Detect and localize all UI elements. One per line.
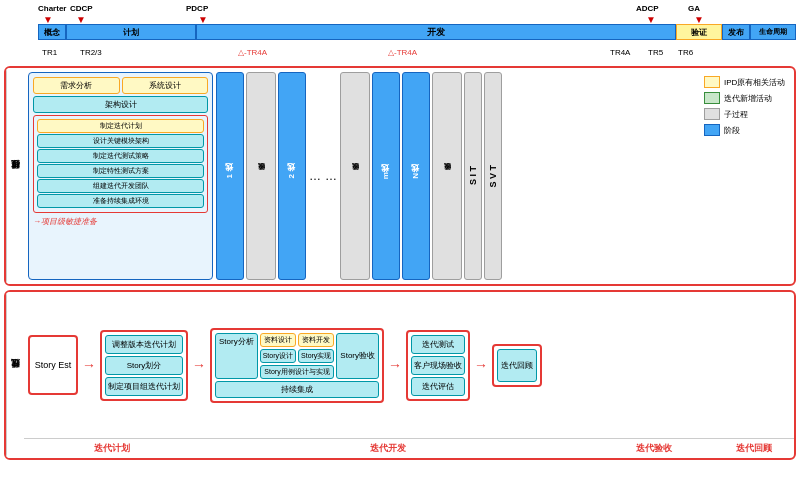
- feature-test-box: 制定特性测试方案: [37, 164, 204, 178]
- story-est-box: Story Est: [28, 335, 78, 395]
- phase-bars-row: 概念 计划 开发 验证 发布 生命周期: [38, 24, 796, 40]
- left-analysis-panel: 需求分析 系统设计 架构设计 制定迭代计划 设计关键模块架构 制定迭代测试策略 …: [28, 72, 213, 280]
- iter-plan-label: 制定迭代计划: [37, 119, 204, 133]
- iterm-label: 迭代m: [381, 172, 392, 179]
- dev-row1c: Story用例设计与实现: [260, 365, 335, 379]
- customer-accept-box: 客户现场验收: [411, 356, 465, 375]
- dev-row1: Story分析 资料设计 资料开发 Story设计 Story实现: [215, 333, 379, 379]
- lower-phase-labels-row: 迭代计划 迭代开发 迭代验收 迭代回顾: [24, 438, 794, 458]
- iter-eval-box: 迭代评估: [411, 377, 465, 396]
- arrow3: →: [388, 357, 402, 373]
- lower-diagram: Story Est → 调整版本迭代计划 Story划分 制定项目组迭代计划 →…: [24, 292, 794, 438]
- concept-bar: 概念: [38, 24, 66, 40]
- lifecycle-bar: 生命周期: [750, 24, 796, 40]
- legend-new-label: 迭代新增活动: [724, 93, 772, 104]
- dev-sub-col: 资料设计 资料开发 Story设计 Story实现 Story用例设计与实现: [260, 333, 335, 379]
- sys-accept1-box: 系统验收: [246, 72, 276, 280]
- story-impl-box: Story实现: [298, 349, 334, 363]
- story-verify-box: Story验收: [336, 333, 379, 379]
- arrow4: →: [474, 357, 488, 373]
- iter2-bar: 迭代2: [278, 72, 306, 280]
- arch-design-box: 架构设计: [33, 96, 208, 113]
- tr4a2-label: △-TR4A: [388, 48, 417, 57]
- tr23-label: TR2/3: [80, 48, 102, 57]
- project-ready-label: →项目级敏捷准备: [33, 216, 208, 227]
- legend-phase-color: [704, 124, 720, 136]
- arrow1: →: [82, 357, 96, 373]
- ci-env-box: 准备持续集成环境: [37, 194, 204, 208]
- lower-phase-plan: 迭代计划: [42, 439, 182, 458]
- lower-dev-label: 迭代开发: [370, 442, 406, 455]
- iter-review-box: 迭代回顾: [497, 349, 537, 382]
- inner-process-panel: 制定迭代计划 设计关键模块架构 制定迭代测试策略 制定特性测试方案 组建迭代开发…: [33, 115, 208, 213]
- lower-plan-label: 迭代计划: [94, 442, 130, 455]
- legend-ipd-color: [704, 76, 720, 88]
- legend-panel: IPD原有相关活动 迭代新增活动 子过程 阶段: [700, 72, 790, 280]
- lower-phase-spacer: [24, 439, 42, 458]
- lower-phase-test: 迭代验收: [594, 439, 714, 458]
- itern-bar: 迭代N: [402, 72, 430, 280]
- top-timeline: Charter CDCP PDCP ADCP GA ▼ ▼ ▼ ▼ ▼ 概念 计…: [38, 4, 796, 48]
- dots2: …: [324, 72, 338, 280]
- iter1-bar: 迭代1: [216, 72, 244, 280]
- dev-row1a: 资料设计 资料开发: [260, 333, 335, 347]
- story-divide-box: Story划分: [105, 356, 183, 375]
- usecase-impl-box: Story用例设计与实现: [260, 365, 335, 379]
- sys-accept3-box: 系统验收: [432, 72, 462, 280]
- legend-sub-label: 子过程: [724, 109, 748, 120]
- story-design-box: Story设计: [260, 349, 296, 363]
- iterm-bar: 迭代m: [372, 72, 400, 280]
- iter2-label: 迭代2: [287, 174, 298, 178]
- dev-row1b: Story设计 Story实现: [260, 349, 335, 363]
- iter-test-group: 迭代测试 客户现场验收 迭代评估: [406, 330, 470, 401]
- sit-label: S I T: [468, 166, 478, 185]
- cdcp-label: CDCP: [70, 4, 93, 13]
- sys-accept2-box: 系统验收: [340, 72, 370, 280]
- sys-design-box: 系统设计: [122, 77, 209, 94]
- set-iter-plan-box: 制定项目组迭代计划: [105, 377, 183, 396]
- tr1-label: TR1: [42, 48, 57, 57]
- legend-new: 迭代新增活动: [704, 92, 786, 104]
- iterations-area: 迭代1 系统验收 迭代2 … … 系统验收 迭代m: [216, 72, 697, 280]
- main-container: Charter CDCP PDCP ADCP GA ▼ ▼ ▼ ▼ ▼ 概念 计…: [0, 0, 800, 504]
- story-analysis-box: Story分析: [215, 333, 258, 379]
- tr5-label: TR5: [648, 48, 663, 57]
- lower-test-label: 迭代验收: [636, 442, 672, 455]
- iter-plan-group: 调整版本迭代计划 Story划分 制定项目组迭代计划: [100, 330, 188, 401]
- upper-section: 整体过程模板 需求分析 系统设计 架构设计 制定迭代计划 设计关键模块架构 制定…: [4, 66, 796, 286]
- pdcp-label: PDCP: [186, 4, 208, 13]
- arrow2: →: [192, 357, 206, 373]
- ga-label: GA: [688, 4, 700, 13]
- key-module-box: 设计关键模块架构: [37, 134, 204, 148]
- adcp-label: ADCP: [636, 4, 659, 13]
- iter-review-group: 迭代回顾: [492, 344, 542, 387]
- svt-label: S V T: [488, 165, 498, 188]
- verify-bar: 验证: [676, 24, 722, 40]
- adjust-plan-box: 调整版本迭代计划: [105, 335, 183, 354]
- plan-bar: 计划: [66, 24, 196, 40]
- tr4a1-label: △-TR4A: [238, 48, 267, 57]
- iter-test-box: 制定迭代测试策略: [37, 149, 204, 163]
- dev-team-box: 组建迭代开发团队: [37, 179, 204, 193]
- lower-content: Story Est → 调整版本迭代计划 Story划分 制定项目组迭代计划 →…: [24, 292, 794, 458]
- dots1: …: [308, 72, 322, 280]
- tr6-label: TR6: [678, 48, 693, 57]
- legend-sub: 子过程: [704, 108, 786, 120]
- legend-new-color: [704, 92, 720, 104]
- legend-phase-label: 阶段: [724, 125, 740, 136]
- iter-dev-group: Story分析 资料设计 资料开发 Story设计 Story实现: [210, 328, 384, 403]
- lower-section: 单次迭代过程 Story Est → 调整版本迭代计划 Story划分 制定项目…: [4, 290, 796, 460]
- legend-ipd: IPD原有相关活动: [704, 76, 786, 88]
- upper-content: 需求分析 系统设计 架构设计 制定迭代计划 设计关键模块架构 制定迭代测试策略 …: [24, 68, 794, 284]
- lower-phase-dev: 迭代开发: [182, 439, 594, 458]
- iter1-label: 迭代1: [225, 174, 236, 178]
- analysis-box: 需求分析: [33, 77, 120, 94]
- tr4-label: TR4A: [610, 48, 630, 57]
- legend-ipd-label: IPD原有相关活动: [724, 77, 785, 88]
- dev-bar: 开发: [196, 24, 676, 40]
- material-design-box: 资料设计: [260, 333, 296, 347]
- itern-label: 迭代N: [411, 173, 422, 179]
- legend-sub-color: [704, 108, 720, 120]
- lower-left-label: 单次迭代过程: [6, 292, 24, 458]
- charter-label: Charter: [38, 4, 66, 13]
